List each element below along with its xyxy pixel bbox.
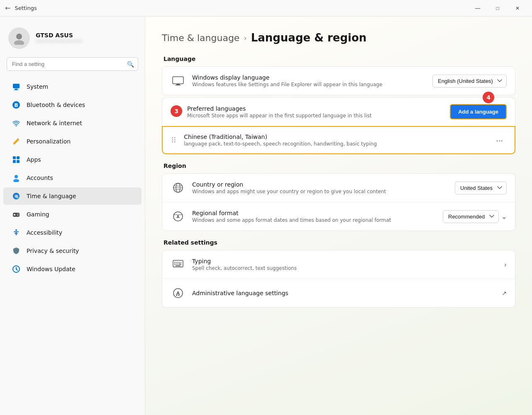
related-section-title: Related settings [162, 239, 515, 246]
svg-point-21 [15, 229, 17, 231]
maximize-button[interactable]: □ [488, 2, 507, 15]
windows-display-title: Windows display language [192, 74, 426, 81]
regional-format-expand[interactable]: ⌄ [501, 213, 507, 221]
sidebar-item-network[interactable]: Network & internet [3, 114, 142, 132]
svg-rect-23 [173, 77, 183, 84]
user-email: •••••••••••••• [36, 39, 83, 44]
sidebar-item-accessibility[interactable]: Accessibility [3, 224, 142, 241]
sidebar-label-network: Network & internet [27, 120, 82, 126]
typing-desc: Spell check, autocorrect, text suggestio… [192, 265, 498, 271]
admin-language-text: Administrative language settings [192, 290, 495, 296]
sidebar-label-system: System [27, 83, 48, 90]
sidebar-item-time-language[interactable]: 地 Time & language [3, 187, 142, 205]
regional-format-select[interactable]: Recommended [443, 210, 499, 223]
display-language-icon [171, 73, 185, 88]
pref-lang-desc: Microsoft Store apps will appear in the … [187, 113, 372, 119]
region-card: Country or region Windows and apps might… [162, 173, 515, 231]
search-input[interactable] [7, 57, 138, 71]
app-body: GTSD ASUS •••••••••••••• 🔍 System B Blue… [0, 17, 532, 415]
network-icon [12, 119, 21, 128]
svg-point-1 [14, 40, 24, 45]
svg-rect-25 [175, 85, 181, 85]
svg-text:地: 地 [14, 194, 19, 199]
typing-icon [171, 257, 185, 272]
sidebar: GTSD ASUS •••••••••••••• 🔍 System B Blue… [0, 17, 145, 415]
regional-format-action: Recommended ⌄ [443, 210, 507, 223]
sidebar-label-accessibility: Accessibility [27, 229, 62, 236]
personalization-icon [12, 137, 21, 146]
region-section: Region Country or region Windows and app… [162, 163, 515, 231]
svg-rect-38 [178, 264, 181, 265]
breadcrumb-separator: › [244, 34, 246, 42]
svg-text:B: B [14, 102, 18, 108]
sidebar-item-bluetooth[interactable]: B Bluetooth & devices [3, 96, 142, 114]
windows-display-desc: Windows features like Settings and File … [192, 82, 426, 87]
sidebar-item-system[interactable]: System [3, 78, 142, 95]
region-section-title: Region [162, 163, 515, 169]
admin-language-icon: A [171, 286, 185, 301]
lang-caps: language pack, text-to-speech, speech re… [184, 141, 486, 147]
sidebar-item-personalization[interactable]: Personalization [3, 133, 142, 150]
country-region-select[interactable]: United States [455, 182, 507, 194]
svg-rect-2 [13, 84, 20, 88]
svg-point-20 [17, 215, 18, 216]
content-area: Time & language › Language & region Lang… [145, 17, 532, 415]
search-box: 🔍 [7, 57, 138, 71]
pref-lang-title-wrap: 3 Preferred languages Microsoft Store ap… [171, 105, 372, 119]
svg-rect-10 [13, 160, 16, 163]
sidebar-item-apps[interactable]: Apps [3, 151, 142, 168]
svg-rect-24 [176, 84, 180, 85]
country-region-row: Country or region Windows and apps might… [162, 174, 515, 202]
windows-update-icon [12, 265, 21, 274]
minimize-button[interactable]: — [468, 2, 487, 15]
svg-rect-18 [14, 214, 15, 215]
svg-rect-9 [17, 156, 20, 159]
lang-title: Chinese (Traditional, Taiwan) [184, 133, 486, 140]
add-language-button[interactable]: Add a language [450, 104, 507, 119]
svg-rect-32 [174, 262, 176, 263]
drag-handle[interactable]: ⠿ [171, 136, 177, 145]
related-section: Related settings Typing Spell check, aut… [162, 239, 515, 308]
admin-language-row[interactable]: A Administrative language settings ↗ [162, 279, 515, 307]
step-4-badge: 4 [483, 92, 494, 103]
sidebar-item-accounts[interactable]: Accounts [3, 169, 142, 187]
svg-rect-4 [14, 90, 18, 90]
lang-text: Chinese (Traditional, Taiwan) language p… [184, 133, 486, 147]
language-more-button[interactable]: ··· [493, 134, 506, 147]
breadcrumb-current: Language & region [251, 32, 367, 44]
back-icon[interactable]: ← [5, 4, 10, 12]
privacy-icon [12, 246, 21, 255]
svg-rect-11 [17, 160, 20, 163]
bluetooth-icon: B [12, 100, 21, 109]
sidebar-label-gaming: Gaming [27, 211, 49, 218]
country-region-title: Country or region [192, 181, 448, 188]
titlebar: ← Settings — □ ✕ [0, 0, 532, 17]
typing-row[interactable]: Typing Spell check, autocorrect, text su… [162, 250, 515, 279]
svg-point-13 [13, 179, 19, 182]
sidebar-item-privacy[interactable]: Privacy & security [3, 242, 142, 260]
svg-rect-34 [178, 262, 180, 263]
gaming-icon [12, 210, 21, 219]
sidebar-item-windows-update[interactable]: Windows Update [3, 260, 142, 278]
pref-lang-text: Preferred languages Microsoft Store apps… [187, 105, 372, 119]
svg-rect-8 [13, 156, 16, 159]
regional-format-icon: A [171, 209, 185, 224]
titlebar-title: Settings [15, 5, 37, 11]
svg-point-12 [15, 175, 18, 178]
user-section: GTSD ASUS •••••••••••••• [0, 23, 145, 57]
titlebar-left: ← Settings [5, 4, 37, 12]
sidebar-item-gaming[interactable]: Gaming [3, 206, 142, 223]
display-language-select[interactable]: English (United States) [432, 75, 507, 87]
country-region-desc: Windows and apps might use your country … [192, 189, 448, 194]
step-3-badge: 3 [171, 105, 182, 117]
svg-rect-37 [176, 264, 178, 265]
external-link-icon: ↗ [502, 290, 507, 296]
svg-text:A: A [177, 215, 180, 219]
titlebar-controls: — □ ✕ [468, 2, 527, 15]
sidebar-label-windows-update: Windows Update [27, 266, 76, 272]
breadcrumb-parent[interactable]: Time & language [162, 33, 239, 43]
windows-display-text: Windows display language Windows feature… [192, 74, 426, 87]
close-button[interactable]: ✕ [508, 2, 527, 15]
sidebar-label-bluetooth: Bluetooth & devices [27, 102, 85, 108]
breadcrumb: Time & language › Language & region [162, 32, 515, 44]
